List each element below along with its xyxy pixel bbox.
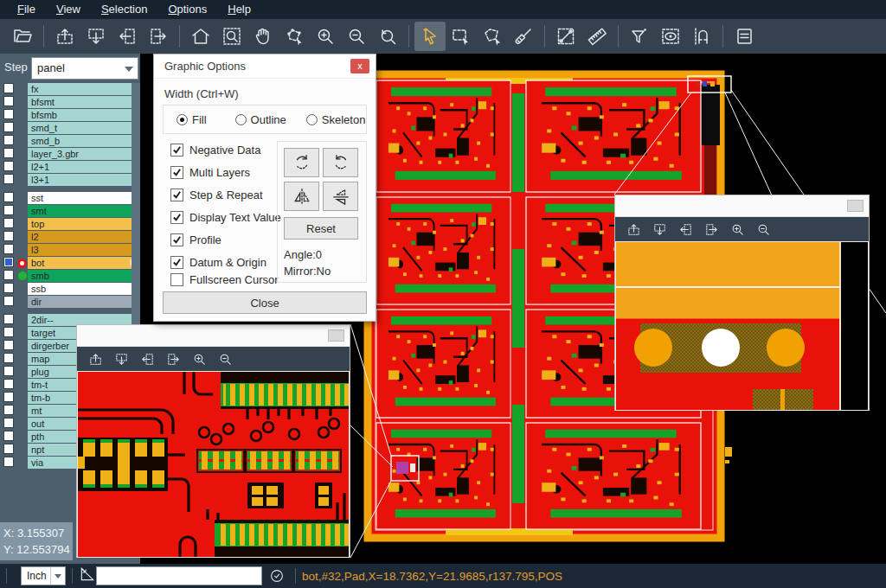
step-up-icon[interactable] <box>82 348 108 369</box>
menu-options[interactable]: Options <box>157 0 217 19</box>
open-file-icon[interactable] <box>7 22 38 51</box>
reset-button[interactable]: Reset <box>284 217 358 240</box>
zoom-in-icon[interactable] <box>186 348 212 369</box>
pan-hand-icon[interactable] <box>247 22 279 51</box>
step-dropdown[interactable]: panel <box>31 57 138 80</box>
step-down-icon[interactable] <box>80 22 112 51</box>
magnifier-titlebar[interactable] <box>615 195 869 217</box>
layer-visibility-checkbox[interactable] <box>3 444 14 454</box>
layer-item-l3plus1[interactable]: l3+1 <box>28 174 132 186</box>
command-input[interactable] <box>96 566 262 585</box>
checkbox-datum-origin[interactable]: Datum & Origin <box>164 255 266 269</box>
layer-visibility-checkbox[interactable] <box>3 135 14 145</box>
measure-ruler-icon[interactable] <box>581 22 613 51</box>
layer-item-ssb[interactable]: ssb <box>28 283 132 295</box>
layer-item-top[interactable]: top <box>28 218 132 230</box>
sync-icon[interactable] <box>269 568 285 584</box>
magnifier-view[interactable] <box>77 371 350 558</box>
magnifier-menu-button[interactable] <box>847 200 864 212</box>
step-right-icon[interactable] <box>698 219 724 240</box>
view-box-icon[interactable] <box>655 22 686 51</box>
layer-visibility-checkbox[interactable] <box>3 244 14 254</box>
layer-item-sst[interactable]: sst <box>28 192 132 204</box>
layer-visibility-checkbox[interactable] <box>3 392 14 402</box>
magnifier-view[interactable] <box>615 241 869 411</box>
layer-visibility-checkbox[interactable] <box>3 366 14 376</box>
layer-item-bot[interactable]: bot 1 ⊞ <box>28 257 132 269</box>
select-rect-icon[interactable] <box>446 22 477 51</box>
select-arrow-icon[interactable] <box>414 22 446 51</box>
filter-icon[interactable] <box>624 22 655 51</box>
checkbox-profile[interactable]: Profile <box>164 233 222 246</box>
layer-item-bfsmt[interactable]: bfsmt <box>28 96 132 108</box>
layer-panel-icon[interactable] <box>729 22 760 51</box>
layer-visibility-checkbox[interactable] <box>3 314 14 324</box>
layer-item-smd_b[interactable]: smd_b <box>28 135 132 147</box>
drag-view-icon[interactable] <box>279 22 310 51</box>
rotate-ccw-icon[interactable] <box>323 148 358 177</box>
step-right-icon[interactable] <box>160 348 186 369</box>
layer-item-smt[interactable]: smt <box>28 205 132 217</box>
layer-item-l3[interactable]: l3 <box>28 244 132 256</box>
zoom-out-icon[interactable] <box>341 22 372 51</box>
layer-visibility-checkbox[interactable] <box>3 431 14 441</box>
checkbox-multi-layers[interactable]: Multi Layers <box>164 165 250 179</box>
checkbox-step-repeat[interactable]: Step & Repeat <box>164 188 263 201</box>
magnifier-window-right[interactable] <box>614 195 870 411</box>
layer-visibility-checkbox[interactable] <box>3 205 14 215</box>
layer-visibility-checkbox[interactable] <box>3 418 14 428</box>
zoom-in-icon[interactable] <box>310 22 341 51</box>
layer-visibility-checkbox[interactable] <box>3 283 14 293</box>
close-icon[interactable]: x <box>350 59 369 74</box>
zoom-previous-icon[interactable] <box>372 22 403 51</box>
layer-item-dir[interactable]: dir <box>28 296 132 308</box>
select-polygon-icon[interactable] <box>477 22 508 51</box>
step-down-icon[interactable] <box>108 348 134 369</box>
step-left-icon[interactable] <box>134 348 160 369</box>
zoom-window-icon[interactable] <box>216 22 247 51</box>
layer-visibility-checkbox[interactable] <box>3 340 14 350</box>
step-up-icon[interactable] <box>620 219 646 240</box>
radio-skeleton[interactable]: Skeleton <box>302 113 366 126</box>
layer-visibility-checkbox[interactable] <box>3 327 14 337</box>
mirror-horizontal-icon[interactable] <box>284 182 319 211</box>
layer-item-layer3[interactable]: layer_3.gbr <box>28 148 132 160</box>
layer-visibility-checkbox[interactable] <box>3 457 14 467</box>
menu-file[interactable]: File <box>7 0 46 19</box>
checkbox-display-text-value[interactable]: Display Text Value <box>164 210 281 224</box>
step-right-icon[interactable] <box>143 22 174 51</box>
layer-visibility-checkbox[interactable] <box>3 218 14 228</box>
layer-visibility-checkbox[interactable] <box>3 148 14 158</box>
layer-item-bfsmb[interactable]: bfsmb <box>28 109 132 121</box>
magnifier-titlebar[interactable] <box>77 325 350 347</box>
checkbox-fullscreen-cursor[interactable]: Fullscreen Cursor <box>164 272 279 286</box>
layer-visibility-checkbox[interactable] <box>3 122 14 132</box>
mirror-vertical-icon[interactable] <box>323 182 358 211</box>
layer-item-l2[interactable]: l2 <box>28 231 132 243</box>
magnifier-menu-button[interactable] <box>328 329 344 342</box>
rotate-cw-icon[interactable] <box>284 148 319 177</box>
layer-visibility-checkbox-checked[interactable] <box>3 257 14 267</box>
measure-line-icon[interactable] <box>550 22 581 51</box>
unit-select[interactable]: Inch <box>21 566 66 585</box>
layer-visibility-checkbox[interactable] <box>3 174 14 184</box>
step-down-icon[interactable] <box>646 219 672 240</box>
layer-item-l2plus1[interactable]: l2+1 <box>28 161 132 173</box>
layer-item-fx[interactable]: fx <box>28 83 132 95</box>
layer-visibility-checkbox[interactable] <box>3 83 14 93</box>
radio-fill[interactable]: Fill <box>172 113 207 126</box>
radio-outline[interactable]: Outline <box>231 113 286 126</box>
angle-mode-icon[interactable] <box>79 566 96 586</box>
snap-icon[interactable] <box>686 22 717 51</box>
layer-visibility-checkbox[interactable] <box>3 270 14 280</box>
layer-item-smb[interactable]: smb <box>28 270 132 282</box>
zoom-out-icon[interactable] <box>212 348 238 369</box>
layer-visibility-checkbox[interactable] <box>3 379 14 389</box>
checkbox-negative-data[interactable]: Negative Data <box>164 143 260 157</box>
step-left-icon[interactable] <box>112 22 143 51</box>
clean-brush-icon[interactable] <box>508 22 539 51</box>
menu-selection[interactable]: Selection <box>91 0 157 19</box>
layer-visibility-checkbox[interactable] <box>3 296 14 306</box>
close-button[interactable]: Close <box>163 291 367 314</box>
menu-view[interactable]: View <box>46 0 91 19</box>
